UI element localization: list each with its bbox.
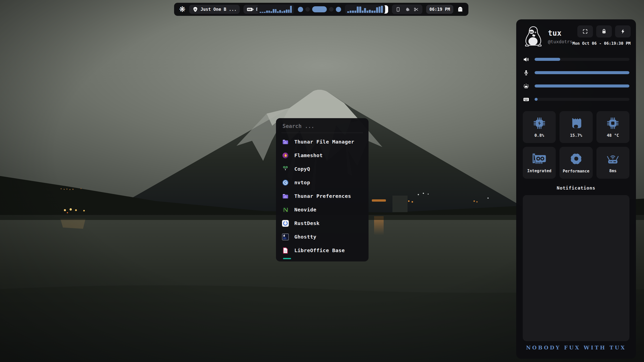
keyboard-backlight-slider[interactable] [523, 96, 629, 103]
microphone-track[interactable] [535, 71, 629, 74]
power-button[interactable] [615, 25, 631, 37]
ghost-icon[interactable] [457, 6, 463, 13]
workspace-dot-5-occupied[interactable] [336, 7, 341, 12]
screenshot-icon [582, 29, 588, 34]
cpu-temp-icon [606, 117, 619, 130]
launcher-item-label: Ghostty [294, 234, 316, 240]
launcher-item-ghostty[interactable]: Ghostty [282, 230, 363, 244]
flame-icon[interactable] [405, 7, 410, 12]
notifications-title: Notifications [523, 185, 629, 191]
gpu-icon [532, 153, 546, 165]
brightness-slider[interactable] [523, 83, 629, 89]
graph-bar [376, 7, 378, 13]
neovide-icon [282, 206, 289, 213]
bar-center-group [257, 5, 385, 14]
workspace-dot-2-empty[interactable] [305, 7, 310, 12]
router-icon [606, 153, 620, 165]
system-graph-right [345, 5, 385, 14]
launcher-item-neovide[interactable]: Neovide [282, 203, 363, 216]
search-input[interactable] [282, 121, 364, 133]
user-handle: @tuxdotrs [548, 39, 573, 44]
launcher-item-rustdesk[interactable]: RustDesk [282, 216, 363, 230]
launcher-item-libreoffice-base[interactable]: LibreOffice Base [282, 244, 363, 257]
media-title: Just One B ... [200, 7, 236, 12]
sliders-section [523, 56, 629, 103]
cpu-load-value: 0.8% [534, 133, 544, 138]
graph-bar [362, 11, 364, 13]
volume-track[interactable] [535, 58, 629, 61]
graph-bar [284, 11, 285, 13]
graph-bar [281, 11, 283, 13]
graph-bar [277, 11, 279, 13]
graph-bar [357, 7, 359, 13]
ram-tile[interactable]: 15.7% [559, 111, 592, 143]
graph-bar [364, 8, 366, 13]
launcher-item-copyq[interactable]: CopyQ [282, 162, 363, 176]
launcher-item-label: Flameshot [294, 152, 323, 158]
power-bolt-icon [620, 29, 626, 34]
launcher-item-nvtop[interactable]: nvtop [282, 176, 363, 189]
header-right: Mon Oct 06 - 06:19:30 PM [573, 25, 631, 48]
graph-bar [286, 10, 288, 13]
tray-pill [392, 5, 422, 14]
keyboard-icon [523, 96, 530, 103]
graph-bar [264, 12, 266, 13]
graph-bar [350, 11, 352, 13]
smartphone-icon[interactable] [396, 7, 400, 12]
network-latency-value: 8ms [609, 168, 617, 173]
cpu-temp-value: 48 °C [607, 133, 619, 138]
microphone-icon [523, 69, 530, 76]
power-profile-tile[interactable]: Performance [559, 147, 592, 179]
workspace-dot-3-active[interactable] [312, 6, 327, 12]
datetime-label: Mon Oct 06 - 06:19:30 PM [573, 41, 631, 46]
graph-bar [288, 10, 290, 13]
clock-pill[interactable]: 06:19 PM [426, 5, 453, 14]
stats-grid: 0.8% 15.7% 48 °C Integrated Performance … [523, 111, 629, 179]
scissors-icon[interactable] [414, 7, 419, 12]
graph-bar [266, 11, 268, 13]
lock-button[interactable] [596, 25, 612, 37]
launcher-item-label: Neovide [294, 207, 316, 213]
gpu-tile[interactable]: Integrated [523, 147, 556, 179]
speaker-icon [192, 7, 198, 12]
nvtop-icon [282, 179, 289, 186]
launcher-item-thunar-preferences[interactable]: Thunar Preferences [282, 189, 363, 203]
graph-bar [260, 12, 261, 13]
ghostty-icon [282, 234, 289, 240]
copyq-icon [282, 166, 289, 172]
ram-value: 15.7% [570, 133, 582, 138]
launcher-item-thunar[interactable]: Thunar File Manager [282, 135, 363, 149]
graph-bar [367, 11, 369, 13]
volume-slider[interactable] [523, 56, 629, 63]
graph-bar [352, 11, 354, 13]
graph-bar [354, 11, 356, 13]
graph-bar [381, 6, 383, 13]
user-info: tux @tuxdotrs [548, 25, 573, 48]
screenshot-button[interactable] [577, 25, 593, 37]
launcher-item-flameshot[interactable]: Flameshot [282, 149, 363, 162]
footer-motto: NOBODY FUX WITH TUX [523, 341, 629, 354]
cpu-load-tile[interactable]: 0.8% [523, 111, 556, 143]
media-player-pill[interactable]: Just One B ... [189, 5, 240, 14]
keyboard-backlight-track[interactable] [535, 98, 629, 101]
tux-avatar [523, 25, 544, 48]
notifications-empty-box [523, 195, 629, 341]
launcher-item-label: Thunar File Manager [294, 139, 354, 145]
graph-bar [359, 7, 361, 13]
network-latency-tile[interactable]: 8ms [596, 147, 629, 179]
snowflake-icon[interactable]: ❋ [179, 6, 185, 13]
graph-bar [369, 10, 371, 13]
brightness-icon [523, 83, 530, 89]
system-graph-left [257, 5, 294, 14]
graph-bar [279, 10, 281, 13]
workspace-dot-1-occupied[interactable] [298, 7, 303, 12]
bar-right-group: 06:19 PM [380, 5, 463, 14]
graph-bar [347, 11, 349, 13]
workspace-dot-4-empty[interactable] [329, 7, 334, 12]
microphone-slider[interactable] [523, 69, 629, 76]
graph-bar [275, 9, 277, 13]
cpu-load-icon [533, 117, 546, 130]
brightness-track[interactable] [535, 84, 629, 87]
graph-bar [268, 11, 270, 13]
cpu-temp-tile[interactable]: 48 °C [596, 111, 629, 143]
